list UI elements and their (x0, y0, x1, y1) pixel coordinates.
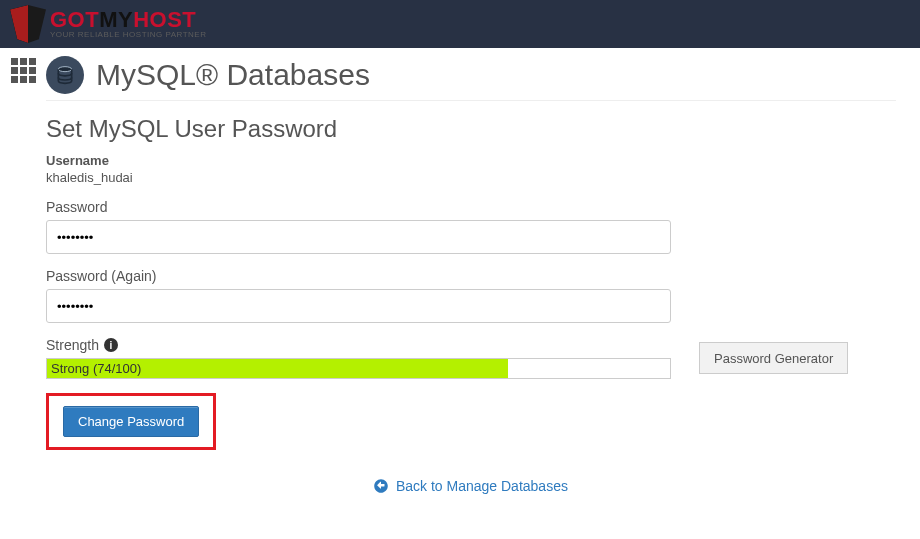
page-subtitle: Set MySQL User Password (46, 115, 896, 143)
page-heading: MySQL® Databases (46, 56, 896, 101)
password-again-field[interactable] (46, 289, 671, 323)
username-value: khaledis_hudai (46, 170, 896, 185)
back-link-label: Back to Manage Databases (396, 478, 568, 494)
password-field[interactable] (46, 220, 671, 254)
brand-part-2: MY (99, 7, 133, 32)
sidebar (0, 48, 46, 494)
main-content: MySQL® Databases Set MySQL User Password… (46, 48, 920, 494)
back-to-databases-link[interactable]: Back to Manage Databases (374, 478, 568, 494)
database-icon (46, 56, 84, 94)
app-header: GOTMYHOST YOUR RELIABLE HOSTING PARTNER (0, 0, 920, 48)
strength-meter: Strong (74/100) (46, 358, 671, 379)
password-label: Password (46, 199, 896, 215)
info-icon[interactable]: i (104, 338, 118, 352)
brand-part-3: HOST (133, 7, 196, 32)
change-password-button[interactable]: Change Password (63, 406, 199, 437)
strength-label: Strength (46, 337, 99, 353)
brand-logo[interactable]: GOTMYHOST YOUR RELIABLE HOSTING PARTNER (10, 5, 206, 43)
password-again-label: Password (Again) (46, 268, 896, 284)
page-title: MySQL® Databases (96, 58, 370, 92)
shield-icon (10, 5, 46, 43)
brand-part-1: GOT (50, 7, 99, 32)
strength-meter-text: Strong (74/100) (47, 359, 670, 378)
back-link-wrap: Back to Manage Databases (46, 478, 896, 494)
brand-tagline: YOUR RELIABLE HOSTING PARTNER (50, 31, 206, 39)
highlight-box: Change Password (46, 393, 216, 450)
apps-grid-icon[interactable] (11, 58, 36, 83)
brand-text: GOTMYHOST YOUR RELIABLE HOSTING PARTNER (50, 9, 206, 39)
password-generator-button[interactable]: Password Generator (699, 342, 848, 374)
svg-point-0 (58, 67, 71, 72)
arrow-left-circle-icon (374, 478, 396, 494)
username-label: Username (46, 153, 896, 168)
